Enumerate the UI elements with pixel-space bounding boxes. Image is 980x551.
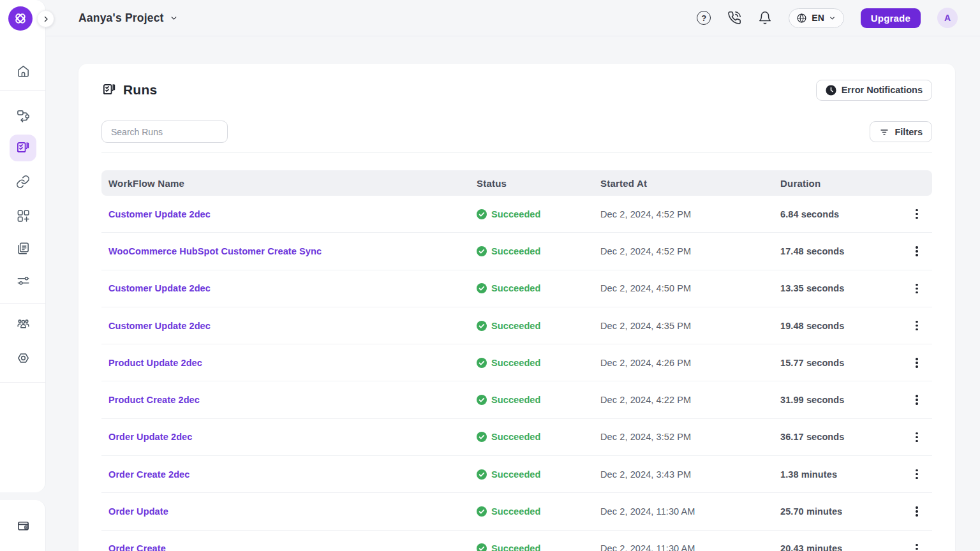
sidebar-item-settings[interactable] — [10, 344, 36, 371]
status-label: Succeeded — [491, 395, 540, 405]
sidebar-item-preferences[interactable] — [10, 267, 36, 294]
language-selector[interactable]: EN — [789, 8, 843, 28]
row-menu-button[interactable] — [912, 429, 921, 446]
sidebar — [0, 0, 46, 492]
workflow-name-link[interactable]: Order Update — [108, 506, 168, 517]
help-button[interactable]: ? — [697, 11, 711, 25]
status-label: Succeeded — [491, 246, 540, 256]
sidebar-item-billing[interactable] — [10, 512, 36, 539]
check-circle-icon — [477, 209, 487, 219]
check-circle-icon — [477, 246, 487, 256]
sidebar-divider — [0, 90, 45, 91]
sidebar-divider — [0, 303, 45, 304]
duration: 20.43 minutes — [780, 543, 902, 551]
row-menu-button[interactable] — [912, 391, 921, 408]
workflow-name-link[interactable]: WooCommerce HubSpot Customer Create Sync — [108, 246, 322, 256]
row-menu-button[interactable] — [912, 354, 921, 371]
status-badge: Succeeded — [477, 209, 600, 219]
runs-panel: Runs Error Notifications Filters W — [78, 64, 955, 551]
wallet-icon — [16, 518, 31, 533]
started-at: Dec 2, 2024, 4:35 PM — [600, 321, 780, 331]
row-menu-button[interactable] — [912, 317, 921, 334]
duration: 36.17 seconds — [780, 432, 902, 442]
status-badge: Succeeded — [477, 395, 600, 405]
workflow-name-link[interactable]: Customer Update 2dec — [108, 209, 211, 219]
table-row: Product Update 2dec Succeeded Dec 2, 202… — [101, 344, 932, 381]
table-toolbar: Filters — [101, 121, 932, 153]
column-header-duration: Duration — [780, 178, 902, 189]
sidebar-item-runs[interactable] — [10, 135, 36, 161]
table-row: Product Create 2dec Succeeded Dec 2, 202… — [101, 381, 932, 418]
app-logo[interactable] — [8, 6, 33, 31]
table-row: WooCommerce HubSpot Customer Create Sync… — [101, 233, 932, 270]
workflow-name-link[interactable]: Order Create — [108, 543, 166, 551]
sidebar-item-apps[interactable] — [10, 202, 36, 229]
avatar[interactable]: A — [937, 8, 958, 28]
sidebar-footer — [0, 500, 46, 551]
started-at: Dec 2, 2024, 11:30 AM — [600, 506, 780, 517]
sidebar-item-connections[interactable] — [10, 168, 36, 195]
upgrade-button[interactable]: Upgrade — [861, 8, 921, 28]
status-badge: Succeeded — [477, 358, 600, 368]
column-header-workflow-name: WorkFlow Name — [101, 178, 477, 189]
sidebar-item-team[interactable] — [10, 311, 36, 337]
started-at: Dec 2, 2024, 4:52 PM — [600, 209, 780, 219]
started-at: Dec 2, 2024, 4:52 PM — [600, 246, 780, 256]
status-badge: Succeeded — [477, 283, 600, 293]
sidebar-item-templates[interactable] — [10, 235, 36, 261]
status-badge: Succeeded — [477, 246, 600, 256]
help-icon: ? — [697, 11, 711, 25]
started-at: Dec 2, 2024, 3:52 PM — [600, 432, 780, 442]
workflow-icon — [16, 108, 31, 123]
sidebar-expand-button[interactable] — [37, 10, 54, 27]
table-row: Customer Update 2dec Succeeded Dec 2, 20… — [101, 270, 932, 307]
hex-settings-icon — [16, 351, 31, 365]
started-at: Dec 2, 2024, 4:50 PM — [600, 283, 780, 293]
row-menu-button[interactable] — [912, 466, 921, 483]
duration: 1.38 minutes — [780, 469, 902, 480]
duration: 15.77 seconds — [780, 358, 902, 368]
runs-table: WorkFlow Name Status Started At Duration… — [101, 170, 932, 551]
filters-button[interactable]: Filters — [870, 121, 932, 142]
error-notifications-button[interactable]: Error Notifications — [816, 80, 932, 101]
topbar-actions: ? EN Upgrade A — [697, 8, 980, 28]
runs-title-icon — [101, 82, 117, 98]
status-label: Succeeded — [491, 506, 540, 517]
phone-icon — [727, 11, 741, 25]
row-menu-button[interactable] — [912, 503, 921, 520]
workflow-name-link[interactable]: Order Update 2dec — [108, 432, 192, 442]
project-switcher[interactable]: Aanya's Project — [78, 11, 178, 25]
duration: 19.48 seconds — [780, 321, 902, 331]
workflow-name-link[interactable]: Customer Update 2dec — [108, 283, 211, 293]
check-circle-icon — [477, 432, 487, 442]
error-clock-icon — [826, 85, 836, 96]
workflow-name-link[interactable]: Product Update 2dec — [108, 358, 202, 368]
duration: 31.99 seconds — [780, 395, 902, 405]
workflow-name-link[interactable]: Order Create 2dec — [108, 469, 189, 480]
check-circle-icon — [477, 543, 487, 551]
sidebar-item-workflows[interactable] — [10, 102, 36, 129]
status-label: Succeeded — [491, 283, 540, 293]
check-circle-icon — [477, 395, 487, 405]
notifications-button[interactable] — [758, 11, 772, 25]
sliders-icon — [16, 274, 31, 288]
search-input[interactable] — [111, 127, 226, 137]
started-at: Dec 2, 2024, 4:22 PM — [600, 395, 780, 405]
team-icon — [16, 317, 31, 332]
runs-icon — [15, 140, 31, 156]
status-badge: Succeeded — [477, 432, 600, 442]
brand-knot-icon — [13, 11, 28, 26]
row-menu-button[interactable] — [912, 205, 921, 223]
table-body: Customer Update 2dec Succeeded Dec 2, 20… — [101, 196, 932, 551]
row-menu-button[interactable] — [912, 280, 921, 297]
workflow-name-link[interactable]: Customer Update 2dec — [108, 321, 211, 331]
row-menu-button[interactable] — [912, 540, 921, 551]
row-menu-button[interactable] — [912, 242, 921, 260]
workflow-name-link[interactable]: Product Create 2dec — [108, 395, 200, 405]
contact-button[interactable] — [727, 11, 741, 25]
column-header-status: Status — [477, 178, 600, 189]
sidebar-item-home[interactable] — [10, 57, 36, 84]
started-at: Dec 2, 2024, 11:30 AM — [600, 543, 780, 551]
column-header-started-at: Started At — [600, 178, 780, 189]
table-row: Order Create 2dec Succeeded Dec 2, 2024,… — [101, 456, 932, 493]
